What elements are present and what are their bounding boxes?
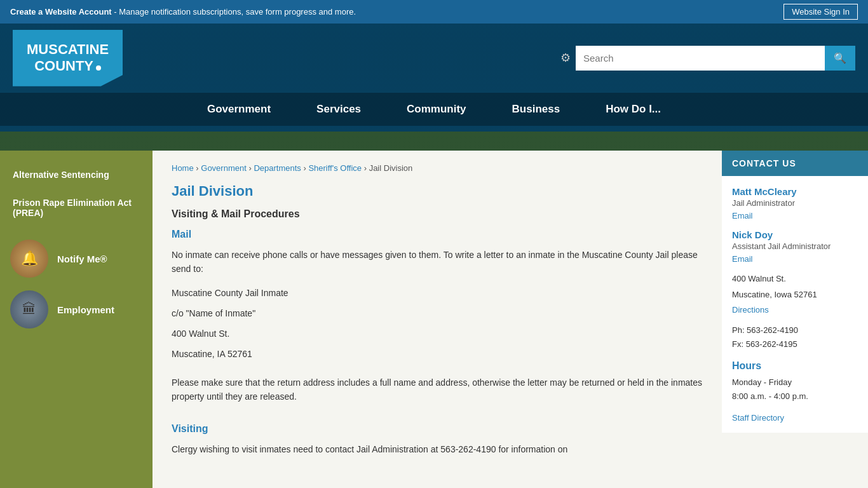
notify-icon-glyph: 🔔 [21,250,38,267]
mail-title: Mail [172,229,703,240]
nav-business[interactable]: Business [489,93,583,126]
nav-services[interactable]: Services [294,93,384,126]
section-title: Visiting & Mail Procedures [172,208,703,220]
nav-how-do-i[interactable]: How Do I... [583,93,684,126]
gear-icon[interactable]: ⚙ [560,51,571,65]
hours-title: Hours [732,360,858,372]
contact1-name: Matt McCleary [732,186,858,197]
contact2-name: Nick Doy [732,229,858,240]
address-line4: Muscatine, IA 52761 [172,345,703,363]
breadcrumb-home[interactable]: Home [172,163,194,173]
address-line2: c/o "Name of Inmate" [172,304,703,322]
breadcrumb-departments[interactable]: Departments [254,163,301,173]
search-box: 🔍 [576,46,855,71]
nav-government[interactable]: Government [184,93,294,126]
employment-icon-glyph: 🏛 [22,301,36,318]
sidebar: Alternative Sentencing Prison Rape Elimi… [0,151,153,488]
mail-note: Please make sure that the return address… [172,376,703,404]
visiting-title: Visiting [172,423,703,435]
breadcrumb-sheriffs-office[interactable]: Sheriff's Office [308,163,362,173]
contact-phone: Ph: 563-262-4190 [732,323,858,337]
notify-me-widget[interactable]: 🔔 Notify Me® [10,240,142,278]
logo[interactable]: MUSCATINE COUNTY [13,30,123,86]
breadcrumb: Home › Government › Departments › Sherif… [172,163,703,173]
breadcrumb-government[interactable]: Government [201,163,247,173]
sidebar-alternative-sentencing[interactable]: Alternative Sentencing [0,161,153,189]
nav-community[interactable]: Community [384,93,489,126]
page-title: Jail Division [172,183,703,200]
nav-bar: Government Services Community Business H… [0,93,868,126]
staff-directory-link[interactable]: Staff Directory [732,413,784,423]
visiting-text: Clergy wishing to visit inmates need to … [172,442,703,456]
contact1-title: Jail Administrator [732,198,858,208]
main-content: Home › Government › Departments › Sherif… [153,151,722,488]
employment-label: Employment [57,304,114,315]
main-layout: Alternative Sentencing Prison Rape Elimi… [0,151,868,488]
sidebar-widgets: 🔔 Notify Me® 🏛 Employment [0,227,153,354]
hero-bg [0,132,868,151]
mail-intro: No inmate can receive phone calls or hav… [172,248,703,276]
search-area: ⚙ 🔍 [560,46,855,71]
contact-address1: 400 Walnut St. [732,273,858,286]
search-button[interactable]: 🔍 [825,46,855,71]
top-bar-message: Create a Website Account - Manage notifi… [10,7,356,17]
create-account-link[interactable]: Create a Website Account [10,7,112,17]
hours-days: Monday - Friday [732,376,858,390]
top-bar-subtitle: - Manage notification subscriptions, sav… [114,7,356,17]
visiting-section: Visiting Clergy wishing to visit inmates… [172,423,703,456]
notify-me-label: Notify Me® [57,254,107,264]
sidebar-prea[interactable]: Prison Rape Elimination Act (PREA) [0,189,153,227]
top-bar: Create a Website Account - Manage notifi… [0,0,868,24]
notify-me-icon: 🔔 [10,240,48,278]
search-input[interactable] [576,46,825,70]
logo-line1: MUSCATINE [27,41,109,58]
logo-line2: COUNTY [27,58,109,74]
contact-address2: Muscatine, Iowa 52761 [732,288,858,302]
logo-dot [96,65,101,71]
contact2-email[interactable]: Email [732,254,753,264]
address-line3: 400 Walnut St. [172,325,703,342]
address-line1: Muscatine County Jail Inmate [172,284,703,302]
sign-in-button[interactable]: Website Sign In [783,4,858,20]
contact2-title: Assistant Jail Administrator [732,241,858,251]
right-panel: CONTACT US Matt McCleary Jail Administra… [722,151,868,488]
breadcrumb-current: Jail Division [369,163,413,173]
employment-widget[interactable]: 🏛 Employment [10,290,142,329]
hours-time: 8:00 a.m. - 4:00 p.m. [732,390,858,403]
logo-area: MUSCATINE COUNTY [13,30,203,86]
contact-body: Matt McCleary Jail Administrator Email N… [722,176,868,433]
header: MUSCATINE COUNTY ⚙ 🔍 Government Services… [0,24,868,132]
directions-link[interactable]: Directions [732,305,769,315]
contact-header: CONTACT US [722,151,868,176]
contact1-email[interactable]: Email [732,211,753,220]
contact-fax: Fx: 563-262-4195 [732,337,858,351]
employment-icon: 🏛 [10,290,48,329]
